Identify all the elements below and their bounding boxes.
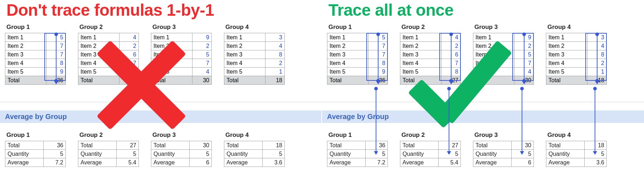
item-value-cell[interactable]: 2	[265, 59, 285, 68]
item-value-cell[interactable]: 4	[265, 42, 285, 50]
summary-row-label[interactable]: Average	[327, 158, 366, 167]
item-label-cell[interactable]: Item 4	[473, 59, 514, 68]
summary-row-label[interactable]: Average	[224, 158, 263, 167]
item-value-cell[interactable]: 7	[514, 59, 534, 68]
summary-value-cell[interactable]: 5	[585, 150, 607, 158]
item-label-cell[interactable]: Item 4	[78, 59, 119, 68]
summary-row-label[interactable]: Total	[5, 141, 44, 150]
summary-value-cell[interactable]: 3.6	[585, 158, 607, 167]
summary-row-label[interactable]: Total	[151, 141, 190, 150]
item-label-cell[interactable]: Item 2	[400, 42, 441, 50]
item-label-cell[interactable]: Item 3	[78, 50, 119, 59]
summary-row-label[interactable]: Total	[400, 141, 439, 150]
summary-row-label[interactable]: Average	[546, 158, 585, 167]
summary-value-cell[interactable]: 3.6	[263, 158, 285, 167]
item-value-cell[interactable]: 8	[587, 50, 607, 59]
summary-row-label[interactable]: Average	[400, 158, 439, 167]
item-value-cell[interactable]: 2	[441, 42, 461, 50]
item-value-cell[interactable]: 7	[192, 59, 212, 68]
item-label-cell[interactable]: Item 4	[400, 59, 441, 68]
item-label-cell[interactable]: Item 5	[151, 68, 192, 76]
item-label-cell[interactable]: Item 3	[546, 50, 587, 59]
item-value-cell[interactable]: 2	[192, 42, 212, 50]
item-label-cell[interactable]: Item 5	[546, 68, 587, 76]
item-label-cell[interactable]: Item 1	[400, 33, 441, 42]
summary-row-label[interactable]: Total	[327, 141, 366, 150]
item-value-cell[interactable]: 6	[441, 50, 461, 59]
item-label-cell[interactable]: Item 2	[546, 42, 587, 50]
item-label-cell[interactable]: Item 1	[224, 33, 265, 42]
summary-row-label[interactable]: Quantity	[546, 150, 585, 158]
total-value-cell[interactable]: 30	[514, 76, 534, 85]
summary-value-cell[interactable]: 18	[585, 141, 607, 150]
item-value-cell[interactable]: 7	[369, 42, 388, 50]
item-label-cell[interactable]: Item 1	[151, 33, 192, 42]
summary-value-cell[interactable]: 5	[512, 150, 534, 158]
summary-value-cell[interactable]: 5	[44, 150, 66, 158]
item-value-cell[interactable]: 3	[265, 33, 285, 42]
summary-row-label[interactable]: Average	[151, 158, 190, 167]
item-label-cell[interactable]: Item 5	[327, 68, 369, 76]
item-value-cell[interactable]: 4	[119, 33, 139, 42]
summary-row-label[interactable]: Average	[5, 158, 44, 167]
item-label-cell[interactable]: Item 3	[151, 50, 192, 59]
item-value-cell[interactable]: 7	[47, 50, 66, 59]
item-label-cell[interactable]: Item 2	[5, 42, 47, 50]
item-label-cell[interactable]: Item 5	[78, 68, 119, 76]
item-value-cell[interactable]: 7	[47, 42, 66, 50]
item-label-cell[interactable]: Item 1	[78, 33, 119, 42]
summary-value-cell[interactable]: 30	[190, 141, 212, 150]
item-value-cell[interactable]: 6	[119, 50, 139, 59]
item-value-cell[interactable]: 1	[265, 68, 285, 76]
total-value-cell[interactable]: 18	[587, 76, 607, 85]
item-value-cell[interactable]: 8	[119, 68, 139, 76]
total-value-cell[interactable]: 36	[47, 76, 66, 85]
summary-row-label[interactable]: Quantity	[473, 150, 512, 158]
summary-value-cell[interactable]: 5.4	[117, 158, 139, 167]
summary-row-label[interactable]: Total	[224, 141, 263, 150]
summary-row-label[interactable]: Total	[78, 141, 117, 150]
total-value-cell[interactable]: 27	[119, 76, 139, 85]
item-label-cell[interactable]: Item 1	[327, 33, 369, 42]
total-value-cell[interactable]: 18	[265, 76, 285, 85]
item-label-cell[interactable]: Item 3	[224, 50, 265, 59]
total-label-cell[interactable]: Total	[78, 76, 119, 85]
item-value-cell[interactable]: 1	[587, 68, 607, 76]
summary-row-label[interactable]: Quantity	[224, 150, 263, 158]
item-label-cell[interactable]: Item 2	[78, 42, 119, 50]
item-value-cell[interactable]: 9	[47, 68, 66, 76]
item-value-cell[interactable]: 4	[587, 42, 607, 50]
item-label-cell[interactable]: Item 3	[5, 50, 47, 59]
item-value-cell[interactable]: 8	[47, 59, 66, 68]
summary-row-label[interactable]: Average	[78, 158, 117, 167]
item-value-cell[interactable]: 5	[192, 50, 212, 59]
summary-value-cell[interactable]: 18	[263, 141, 285, 150]
item-label-cell[interactable]: Item 4	[327, 59, 369, 68]
item-value-cell[interactable]: 7	[119, 59, 139, 68]
item-value-cell[interactable]: 5	[369, 33, 388, 42]
summary-value-cell[interactable]: 5	[190, 150, 212, 158]
item-label-cell[interactable]: Item 1	[546, 33, 587, 42]
summary-value-cell[interactable]: 7.2	[44, 158, 66, 167]
item-value-cell[interactable]: 5	[47, 33, 66, 42]
summary-value-cell[interactable]: 30	[512, 141, 534, 150]
summary-value-cell[interactable]: 5	[117, 150, 139, 158]
item-label-cell[interactable]: Item 3	[327, 50, 369, 59]
summary-row-label[interactable]: Quantity	[78, 150, 117, 158]
total-label-cell[interactable]: Total	[5, 76, 47, 85]
item-value-cell[interactable]: 2	[587, 59, 607, 68]
item-label-cell[interactable]: Item 2	[327, 42, 369, 50]
item-label-cell[interactable]: Item 1	[5, 33, 47, 42]
total-value-cell[interactable]: 27	[441, 76, 461, 85]
total-label-cell[interactable]: Total	[327, 76, 369, 85]
summary-row-label[interactable]: Average	[473, 158, 512, 167]
summary-value-cell[interactable]: 6	[190, 158, 212, 167]
item-value-cell[interactable]: 7	[441, 59, 461, 68]
item-value-cell[interactable]: 8	[441, 68, 461, 76]
item-label-cell[interactable]: Item 2	[473, 42, 514, 50]
summary-value-cell[interactable]: 6	[512, 158, 534, 167]
summary-row-label[interactable]: Total	[473, 141, 512, 150]
item-label-cell[interactable]: Item 5	[400, 68, 441, 76]
item-label-cell[interactable]: Item 2	[151, 42, 192, 50]
item-label-cell[interactable]: Item 2	[224, 42, 265, 50]
